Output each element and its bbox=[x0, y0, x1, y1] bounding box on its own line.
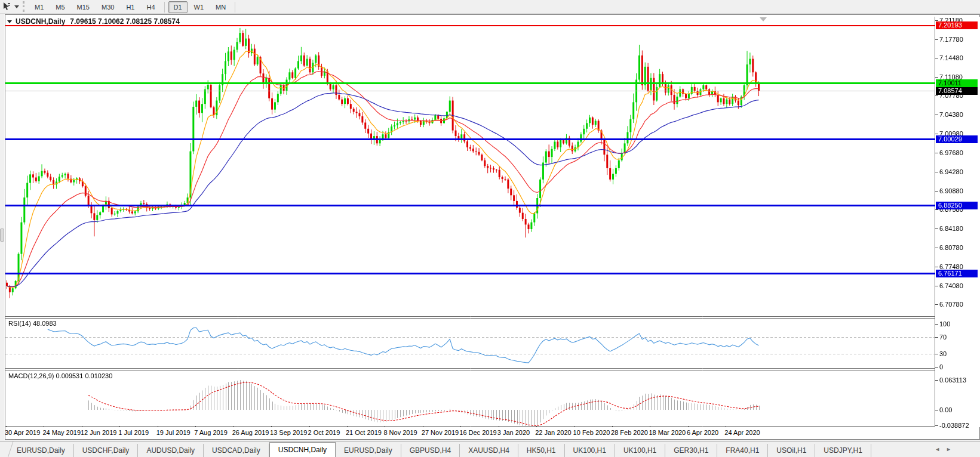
time-axis-label: 1 Jul 2019 bbox=[118, 429, 149, 436]
chart-tabs: EURUSD,DailyUSDCHF,DailyAUDUSD,DailyUSDC… bbox=[8, 443, 871, 457]
time-axis-label: 26 Aug 2019 bbox=[232, 429, 269, 436]
tab-usoil-h1[interactable]: USOil,H1 bbox=[768, 444, 815, 457]
timeframe-group-separator bbox=[235, 2, 235, 13]
macd-axis-tick: 0.063113 bbox=[939, 376, 966, 384]
time-axis-label: 22 Jan 2020 bbox=[535, 429, 572, 436]
tab-usdjpy-h1[interactable]: USDJPY,H1 bbox=[815, 444, 871, 457]
time-axis-label: 13 Sep 2019 bbox=[270, 429, 307, 436]
rsi-axis-tick: 70 bbox=[939, 334, 947, 341]
price-axis-tick: 6.74080 bbox=[939, 282, 963, 289]
tab-uk100-h1[interactable]: UK100,H1 bbox=[565, 444, 615, 457]
timeframe-group-separator bbox=[164, 2, 165, 13]
tab-fra40-h1[interactable]: FRA40,H1 bbox=[717, 444, 768, 457]
price-axis-tick: 7.04380 bbox=[939, 111, 963, 118]
support-line-6882-badge: 6.88250 bbox=[936, 202, 978, 209]
chart-shift-marker[interactable] bbox=[760, 17, 767, 21]
chart-ohlc-values: 7.09615 7.10062 7.08125 7.08574 bbox=[70, 17, 180, 26]
tab-hk50-h1[interactable]: HK50,H1 bbox=[518, 444, 565, 457]
time-axis-label: 8 Nov 2019 bbox=[383, 429, 417, 436]
time-axis-label: 21 Oct 2019 bbox=[346, 429, 382, 436]
rsi-indicator-label: RSI(14) 48.0983 bbox=[8, 320, 57, 327]
price-axis-tick: 6.94280 bbox=[939, 168, 963, 175]
time-axis-label: 2 Oct 2019 bbox=[308, 429, 340, 436]
tab-usdchf-daily[interactable]: USDCHF,Daily bbox=[74, 444, 139, 457]
macd-indicator-label: MACD(12,26,9) 0.009531 0.010230 bbox=[8, 372, 112, 379]
toolbar-grip[interactable] bbox=[23, 1, 24, 12]
support-line-6882[interactable] bbox=[5, 205, 935, 206]
rsi-axis-tick: 30 bbox=[939, 350, 947, 357]
macd-axis-tick: 0.00 bbox=[939, 406, 952, 413]
timeframe-toolbar: M1M5M15M30H1H4D1W1MN bbox=[29, 1, 238, 13]
support-line-6761[interactable] bbox=[5, 273, 935, 274]
price-axis-tick: 7.14480 bbox=[939, 54, 963, 61]
tab-eurusd-daily[interactable]: EURUSD,Daily bbox=[336, 444, 401, 457]
time-axis-label: 7 Aug 2019 bbox=[194, 429, 228, 436]
time-axis-label: 19 Jul 2019 bbox=[156, 429, 191, 436]
time-axis-label: 30 Apr 2019 bbox=[5, 429, 40, 436]
timeframe-button-mn[interactable]: MN bbox=[210, 1, 231, 13]
price-chart-canvas[interactable] bbox=[5, 17, 980, 427]
support-line-7000-badge: 7.00029 bbox=[936, 135, 978, 143]
price-axis-tick: 6.70780 bbox=[939, 301, 963, 308]
macd-axis-tick: -0.038872 bbox=[939, 422, 969, 429]
tab-usdcad-daily[interactable]: USDCAD,Daily bbox=[204, 444, 269, 457]
price-axis-tick: 6.97680 bbox=[939, 149, 963, 156]
price-axis-tick: 6.84180 bbox=[939, 225, 963, 232]
timeframe-button-m15[interactable]: M15 bbox=[72, 1, 95, 13]
tabs-scroll-right-icon[interactable]: ► bbox=[946, 446, 951, 453]
time-axis-label: 6 Apr 2020 bbox=[687, 429, 718, 436]
time-axis-label: 16 Dec 2019 bbox=[459, 429, 496, 436]
price-axis-tick: 6.90880 bbox=[939, 187, 963, 194]
time-axis-label: 24 May 2019 bbox=[42, 429, 81, 436]
resistance-line-green[interactable] bbox=[5, 82, 935, 84]
resistance-line-green-badge: 7.10011 bbox=[936, 79, 978, 87]
timeframe-button-h4[interactable]: H4 bbox=[141, 1, 160, 13]
current-price-line[interactable] bbox=[5, 91, 935, 91]
tab-eurusd-daily[interactable]: EURUSD,Daily bbox=[8, 444, 74, 457]
current-price-line-badge: 7.08574 bbox=[936, 87, 978, 95]
chart-title-row: USDCNH,Daily 7.09615 7.10062 7.08125 7.0… bbox=[7, 17, 180, 26]
tab-audusd-daily[interactable]: AUDUSD,Daily bbox=[138, 444, 204, 457]
resistance-line-upper-badge: 7.20193 bbox=[936, 21, 978, 29]
rsi-axis-tick: 100 bbox=[939, 320, 950, 328]
time-axis-label: 10 Feb 2020 bbox=[573, 429, 610, 436]
time-axis-label: 27 Nov 2019 bbox=[422, 429, 459, 436]
timeframe-button-d1[interactable]: D1 bbox=[168, 1, 188, 13]
tab-usdcnh-daily[interactable]: USDCNH,Daily bbox=[269, 442, 336, 457]
chart-title-caret-icon[interactable] bbox=[7, 20, 12, 23]
timeframe-button-h1[interactable]: H1 bbox=[121, 1, 140, 13]
time-axis-label: 24 Apr 2020 bbox=[724, 429, 760, 436]
timeframe-button-w1[interactable]: W1 bbox=[189, 1, 210, 13]
timeframe-button-m30[interactable]: M30 bbox=[96, 1, 119, 13]
left-gutter bbox=[0, 14, 5, 440]
time-axis-label: 18 Mar 2020 bbox=[649, 429, 686, 436]
chart-symbol-title: USDCNH,Daily bbox=[16, 17, 65, 26]
time-axis-label: 12 Jun 2019 bbox=[81, 429, 117, 436]
price-axis-tick: 7.17780 bbox=[939, 36, 963, 43]
time-axis-label: 3 Jan 2020 bbox=[497, 429, 530, 436]
tab-ger30-h1[interactable]: GER30,H1 bbox=[665, 444, 717, 457]
toolbar-dropdown-caret-icon[interactable] bbox=[14, 5, 19, 8]
tab-xauusd-h4[interactable]: XAUUSD,H4 bbox=[460, 444, 518, 457]
tabs-scroll-left-icon[interactable]: ◄ bbox=[935, 446, 940, 453]
chart-pointer-icon[interactable] bbox=[2, 2, 11, 11]
price-axis-tick: 6.80780 bbox=[939, 244, 963, 251]
main-toolbar: M1M5M15M30H1H4D1W1MN bbox=[0, 0, 980, 14]
timeframe-button-m5[interactable]: M5 bbox=[50, 1, 70, 13]
price-axis-tick: 6.77480 bbox=[939, 263, 963, 270]
mt4-application: M1M5M15M30H1H4D1W1MN USDCNH,Daily 7.0961… bbox=[0, 0, 980, 457]
time-axis-label: 28 Feb 2020 bbox=[611, 429, 648, 436]
tab-uk100-h1[interactable]: UK100,H1 bbox=[615, 444, 665, 457]
chart-tab-strip: EURUSD,DailyUSDCHF,DailyAUDUSD,DailyUSDC… bbox=[0, 441, 980, 457]
support-line-7000[interactable] bbox=[5, 138, 935, 140]
timeframe-button-m1[interactable]: M1 bbox=[29, 1, 49, 13]
left-splitter-handle[interactable] bbox=[0, 229, 4, 242]
tab-gbpusd-h4[interactable]: GBPUSD,H4 bbox=[401, 444, 460, 457]
rsi-axis-tick: 0 bbox=[939, 363, 943, 370]
support-line-6761-badge: 6.76171 bbox=[936, 270, 978, 277]
